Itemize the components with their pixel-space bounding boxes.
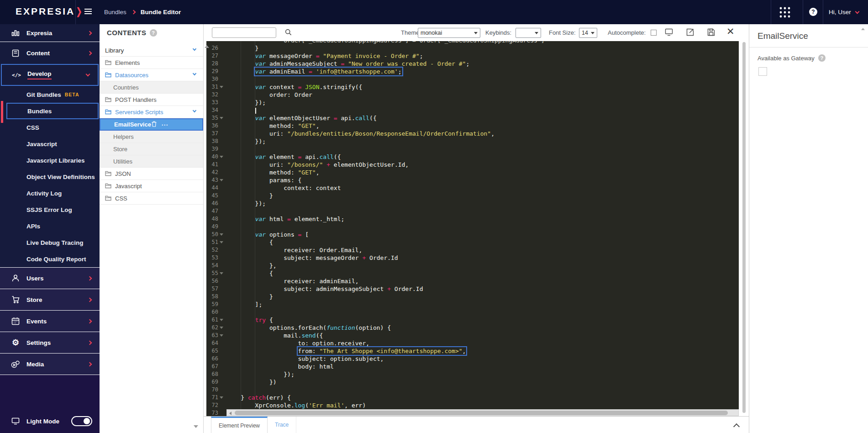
sidebar-item-events[interactable]: Events bbox=[0, 310, 100, 332]
tree-item-emailservice[interactable]: EmailService●●● bbox=[100, 118, 203, 131]
light-mode-toggle[interactable] bbox=[71, 416, 92, 426]
hamburger-menu-icon[interactable] bbox=[84, 9, 92, 16]
trash-icon[interactable] bbox=[152, 121, 157, 128]
sidebar-subitem-bundles[interactable]: Bundles bbox=[6, 103, 99, 119]
code-line[interactable]: 54 }, bbox=[206, 262, 739, 269]
tree-item-utilities[interactable]: Utilities bbox=[100, 155, 203, 168]
panel-scroll-up-icon[interactable] bbox=[205, 45, 209, 48]
more-options-icon[interactable]: ●●● bbox=[162, 123, 168, 126]
tab-element-preview[interactable]: Element Preview bbox=[211, 417, 268, 433]
code-line[interactable]: 65 from: "The Art Shoppe <info@theartsho… bbox=[206, 347, 739, 355]
fold-toggle-icon[interactable] bbox=[220, 319, 223, 321]
search-icon[interactable] bbox=[285, 29, 292, 37]
scroll-left-arrow-icon[interactable] bbox=[229, 412, 231, 415]
code-line[interactable]: 44 context: context bbox=[206, 184, 739, 192]
code-line[interactable]: 72 XprConsole.log('Err mail', err) bbox=[206, 401, 739, 409]
sidebar-item-develop[interactable]: </> Develop bbox=[1, 64, 99, 86]
code-line[interactable]: 51 { bbox=[206, 238, 739, 246]
tree-item-post-handlers[interactable]: POST Handlers bbox=[100, 94, 203, 106]
code-line[interactable]: 41 uri: "/bosons/" + elementObjectUser.I… bbox=[206, 161, 739, 169]
code-line[interactable]: 57 subject: adminMessageSubject + Order.… bbox=[206, 285, 739, 293]
sidebar-subitem-live-debug-tracing[interactable]: Live Debug Tracing bbox=[0, 234, 100, 251]
code-line[interactable]: 33 }); bbox=[206, 99, 739, 106]
code-editor[interactable]: Order['_embeddedToShippingAddress'] = Or… bbox=[206, 41, 739, 416]
code-line[interactable]: 69 }) bbox=[206, 378, 739, 386]
sidebar-subitem-activity-log[interactable]: Activity Log bbox=[0, 185, 100, 201]
code-line[interactable]: 26 } bbox=[206, 44, 739, 52]
sidebar-subitem-code-quality-report[interactable]: Code Quality Report bbox=[0, 251, 100, 267]
sidebar-item-content[interactable]: Content bbox=[0, 42, 100, 64]
code-line[interactable]: 28 var adminMessageSubject = "New order … bbox=[206, 60, 739, 68]
sidebar-subitem-javascript-libraries[interactable]: Javascript Libraries bbox=[0, 152, 100, 169]
fold-toggle-icon[interactable] bbox=[220, 327, 223, 329]
code-line[interactable]: 50 var options = [ bbox=[206, 231, 739, 238]
tree-item-datasources[interactable]: Datasources bbox=[100, 69, 203, 81]
code-line[interactable]: 56 receiver: adminEmail, bbox=[206, 277, 739, 285]
tree-item-elements[interactable]: Elements bbox=[100, 57, 203, 69]
code-line[interactable]: 36 method: "GET", bbox=[206, 122, 739, 130]
code-line[interactable]: 70 bbox=[206, 386, 739, 394]
code-line[interactable]: 27 var messageOrder = "Payment invoice -… bbox=[206, 52, 739, 60]
code-line[interactable]: 49 bbox=[206, 223, 739, 231]
apps-grid-icon[interactable] bbox=[779, 6, 791, 18]
code-line[interactable]: 59 ]; bbox=[206, 301, 739, 308]
sidebar-item-media[interactable]: Media bbox=[0, 353, 100, 375]
expresia-logo[interactable]: EXPRESIA❭ bbox=[16, 6, 84, 17]
code-line[interactable]: 63 mail.send({ bbox=[206, 332, 739, 339]
code-line[interactable]: 58 } bbox=[206, 293, 739, 301]
code-line[interactable]: 64 to: option.receiver, bbox=[206, 339, 739, 347]
sidebar-subitem-css[interactable]: CSS bbox=[0, 119, 100, 136]
code-line[interactable]: 30 bbox=[206, 75, 739, 83]
code-line[interactable]: 47 bbox=[206, 207, 739, 215]
code-line[interactable]: 29 var adminEmail = 'info@theartshoppe.c… bbox=[206, 68, 739, 75]
sidebar-subitem-object-view-definitions[interactable]: Object View Definitions bbox=[0, 169, 100, 185]
sidebar-item-expresia[interactable]: Expresia bbox=[0, 24, 100, 42]
fold-toggle-icon[interactable] bbox=[220, 179, 223, 181]
open-external-icon[interactable] bbox=[686, 28, 694, 37]
sidebar-item-settings[interactable]: ⚙Settings bbox=[0, 332, 100, 353]
code-line[interactable]: 71 } catch(err) { bbox=[206, 394, 739, 401]
code-line[interactable]: 35 var elementObjectUser = api.call({ bbox=[206, 114, 739, 122]
sidebar-subitem-apis[interactable]: APIs bbox=[0, 218, 100, 234]
code-line[interactable]: 67 body: html bbox=[206, 363, 739, 370]
vertical-scrollbar-thumb[interactable] bbox=[742, 42, 746, 413]
gateway-help-icon[interactable]: ? bbox=[818, 54, 826, 62]
autocomplete-checkbox[interactable] bbox=[651, 30, 657, 36]
contents-help-icon[interactable]: ? bbox=[150, 29, 157, 37]
code-line[interactable]: 53 subject: messageOrder + Order.Id bbox=[206, 254, 739, 262]
fold-toggle-icon[interactable] bbox=[220, 86, 223, 88]
fold-toggle-icon[interactable] bbox=[220, 272, 223, 275]
code-line[interactable]: 46 }); bbox=[206, 200, 739, 207]
font-size-select[interactable]: 14 bbox=[579, 28, 597, 38]
horizontal-scrollbar[interactable] bbox=[226, 409, 739, 416]
editor-search-input[interactable] bbox=[212, 27, 276, 38]
close-editor-icon[interactable]: ✕ bbox=[726, 26, 735, 36]
help-icon[interactable]: ? bbox=[809, 8, 817, 16]
horizontal-scrollbar-thumb[interactable] bbox=[235, 411, 728, 415]
vertical-scrollbar[interactable] bbox=[739, 41, 749, 416]
gateway-checkbox[interactable] bbox=[758, 67, 767, 76]
code-line[interactable]: 32 order: Order bbox=[206, 91, 739, 99]
fold-toggle-icon[interactable] bbox=[220, 156, 223, 158]
code-line[interactable]: 60 bbox=[206, 308, 739, 316]
code-line[interactable]: 48 var html = element._html; bbox=[206, 215, 739, 223]
tree-item-javascript[interactable]: Javascript bbox=[100, 180, 203, 192]
tree-item-store[interactable]: Store bbox=[100, 143, 203, 155]
sidebar-subitem-ssjs-error-log[interactable]: SSJS Error Log bbox=[0, 201, 100, 218]
panel-scroll-down-icon[interactable] bbox=[194, 425, 198, 428]
code-line[interactable]: 42 method: "GET", bbox=[206, 169, 739, 176]
tree-item-css[interactable]: CSS bbox=[100, 192, 203, 205]
fold-toggle-icon[interactable] bbox=[220, 241, 223, 243]
tab-trace[interactable]: Trace bbox=[268, 417, 296, 433]
sidebar-item-users[interactable]: Users bbox=[0, 267, 100, 289]
tree-item-serverside-scripts[interactable]: Serverside Scripts bbox=[100, 106, 203, 118]
code-line[interactable]: 31 var context = JSON.stringify({ bbox=[206, 83, 739, 91]
code-line[interactable]: 55 { bbox=[206, 269, 739, 277]
code-line[interactable]: 39 bbox=[206, 145, 739, 153]
save-icon[interactable] bbox=[707, 28, 715, 37]
code-line[interactable]: 43 params: { bbox=[206, 176, 739, 184]
code-line[interactable]: 38 }); bbox=[206, 137, 739, 145]
fold-toggle-icon[interactable] bbox=[220, 334, 223, 337]
code-line[interactable]: 34 bbox=[206, 106, 739, 114]
code-line[interactable]: 68 }); bbox=[206, 370, 739, 378]
